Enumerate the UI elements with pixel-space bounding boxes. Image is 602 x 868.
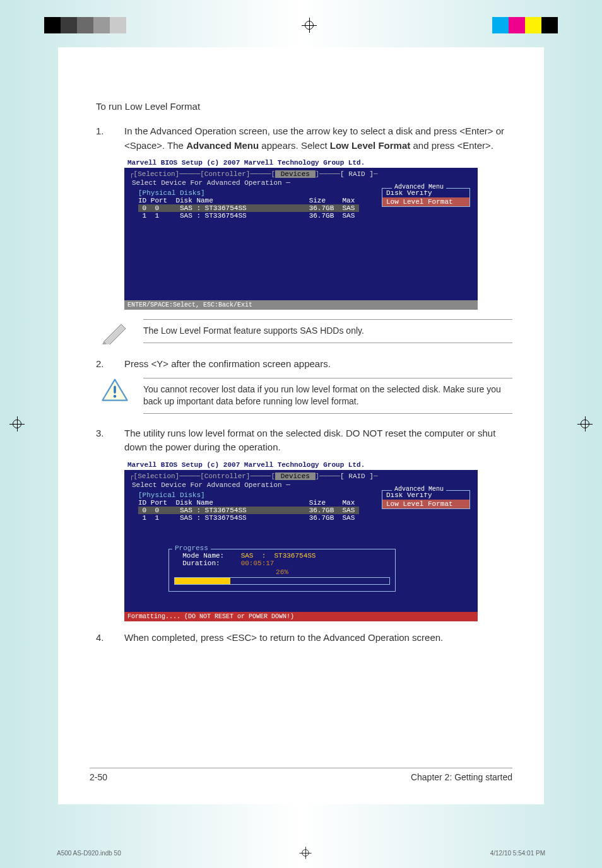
progress-mode: Mode Name: SAS : ST336754SS: [174, 552, 390, 560]
progress-bar: [174, 577, 390, 585]
step-number: 2.: [96, 357, 124, 372]
swatches-left: [44, 17, 126, 33]
note-text: You cannot recover lost data if you run …: [143, 378, 512, 414]
step-number: 4.: [96, 631, 124, 645]
bios-screenshot-1: Marvell BIOS Setup (c) 2007 Marvell Tech…: [124, 158, 478, 310]
advanced-menu-popup: Advanced Menu Disk Verify Low Level Form…: [382, 490, 470, 509]
bios-tabs: ┌[Selection]─────[Controller]─────[ Devi…: [129, 170, 473, 178]
step-text: Press <Y> after the confirmation screen …: [124, 357, 512, 372]
note-text: The Low Level Format feature supports SA…: [143, 319, 512, 343]
step-number: 1.: [96, 124, 124, 153]
progress-fill: [175, 578, 230, 584]
menu-item-low-level-format: Low Level Format: [382, 500, 469, 508]
print-footer: A500 AS-D920.indb 50 4/12/10 5:54:01 PM: [57, 845, 545, 860]
progress-percent: 26%: [174, 568, 390, 576]
bios-footer-hint: ENTER/SPACE:Select, ESC:Back/Exit: [124, 300, 478, 310]
pencil-icon: [99, 319, 131, 344]
step-text: In the Advanced Operation screen, use th…: [124, 124, 512, 153]
registration-mark-bottom-icon: [300, 847, 312, 859]
step-text: The utility runs low level format on the…: [124, 426, 512, 455]
bios-disk-row-1: 1 1 SAS : ST336754SS 36.7GB SAS: [138, 514, 473, 522]
menu-item-low-level-format: Low Level Format: [382, 197, 469, 206]
bios-tabs: ┌[Selection]─────[Controller]─────[ Devi…: [129, 472, 473, 480]
advanced-menu-popup: Advanced Menu Disk Verify Low Level Form…: [382, 188, 470, 207]
note-info: The Low Level Format feature supports SA…: [99, 319, 512, 344]
bios-title: Marvell BIOS Setup (c) 2007 Marvell Tech…: [124, 158, 478, 168]
warning-icon: [99, 378, 131, 403]
swatches-right: [492, 17, 558, 33]
chapter-label: Chapter 2: Getting started: [411, 772, 512, 782]
page-number: 2-50: [90, 772, 107, 782]
print-file-label: A500 AS-D920.indb 50: [57, 850, 121, 857]
step-3: 3. The utility runs low level format on …: [90, 426, 512, 455]
step-4: 4. When completed, press <ESC> to return…: [90, 631, 512, 645]
step-text: When completed, press <ESC> to return to…: [124, 631, 512, 645]
progress-duration: Duration: 00:05:17: [174, 560, 390, 567]
menu-title: Advanced Menu: [392, 184, 446, 191]
step-number: 3.: [96, 426, 124, 455]
note-warning: You cannot recover lost data if you run …: [99, 378, 512, 414]
menu-title: Advanced Menu: [392, 486, 446, 493]
section-heading: To run Low Level Format: [96, 101, 512, 112]
svg-point-1: [114, 395, 116, 397]
print-marks-top: [0, 13, 602, 38]
page-content: To run Low Level Format 1. In the Advanc…: [58, 47, 544, 804]
svg-rect-0: [114, 385, 116, 393]
bios-disk-row-1: 1 1 SAS : ST336754SS 36.7GB SAS: [138, 212, 473, 220]
print-timestamp: 4/12/10 5:54:01 PM: [490, 850, 545, 857]
progress-dialog: Progress Mode Name: SAS : ST336754SS Dur…: [168, 549, 396, 592]
registration-mark-left-icon: [9, 416, 25, 431]
step-2: 2. Press <Y> after the confirmation scre…: [90, 357, 512, 372]
bios-screenshot-2: Marvell BIOS Setup (c) 2007 Marvell Tech…: [124, 460, 478, 621]
page-background: To run Low Level Format 1. In the Advanc…: [0, 0, 602, 868]
registration-mark-icon: [302, 18, 317, 33]
progress-title: Progress: [172, 544, 211, 552]
bios-footer-warning: Formatting.... (DO NOT RESET or POWER DO…: [124, 612, 478, 621]
page-footer: 2-50 Chapter 2: Getting started: [90, 768, 512, 782]
step-1: 1. In the Advanced Operation screen, use…: [90, 124, 512, 153]
bios-title: Marvell BIOS Setup (c) 2007 Marvell Tech…: [124, 460, 478, 470]
registration-mark-right-icon: [577, 416, 593, 431]
